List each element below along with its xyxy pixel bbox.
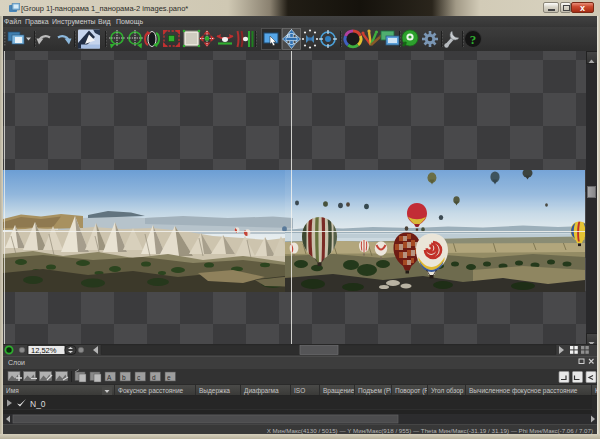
svg-text:N_0: N_0 bbox=[30, 399, 46, 409]
svg-text:e: e bbox=[167, 374, 171, 381]
svg-text:d: d bbox=[152, 374, 156, 381]
svg-text:b: b bbox=[122, 374, 126, 381]
svg-text:12,52%: 12,52% bbox=[31, 346, 57, 355]
svg-text:A: A bbox=[107, 374, 112, 381]
svg-text:?: ? bbox=[470, 32, 477, 47]
